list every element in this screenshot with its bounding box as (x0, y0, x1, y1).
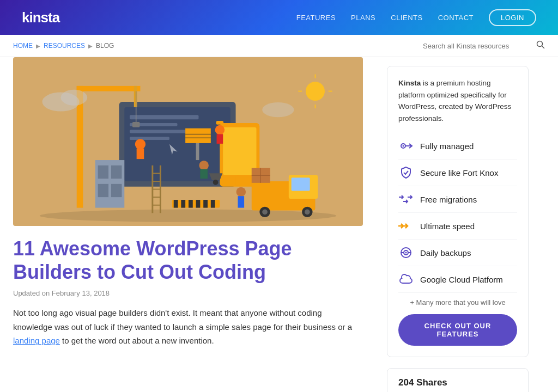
svg-rect-23 (111, 166, 122, 179)
migrate-icon (398, 192, 414, 207)
svg-rect-13 (236, 175, 240, 185)
nav-login[interactable]: LOGIN (489, 9, 536, 26)
svg-point-46 (236, 187, 246, 197)
svg-rect-58 (217, 134, 223, 144)
feature-label-managed: Fully managed (420, 142, 474, 151)
svg-rect-9 (130, 137, 169, 140)
svg-rect-16 (134, 86, 137, 107)
svg-point-33 (199, 161, 209, 170)
breadcrumb-bar: HOME ▶ RESOURCES ▶ BLOG (0, 35, 558, 57)
feature-item-speed: Ultimate speed (398, 213, 517, 240)
feature-item-managed: Fully managed (398, 133, 517, 160)
breadcrumb-arrow-2: ▶ (88, 43, 93, 49)
hero-image (13, 57, 363, 226)
feature-item-migrate: Free migrations (398, 186, 517, 213)
svg-rect-12 (223, 127, 256, 175)
svg-point-48 (306, 82, 325, 101)
shares-count-title: 204 Shares (398, 377, 517, 388)
svg-point-56 (215, 125, 225, 135)
svg-rect-64 (203, 200, 208, 208)
svg-rect-6 (130, 115, 198, 119)
article-date: Updated on February 13, 2018 (13, 289, 363, 297)
svg-rect-8 (130, 130, 188, 133)
svg-rect-57 (216, 121, 224, 125)
svg-rect-25 (111, 184, 122, 197)
article-body-text1: Not too long ago visual page builders di… (13, 308, 352, 332)
main-layout: 11 Awesome WordPress Page Builders to Cu… (0, 57, 558, 392)
svg-rect-47 (238, 196, 244, 207)
svg-point-41 (262, 210, 268, 215)
nav-contact[interactable]: CONTACT (438, 14, 474, 22)
speed-icon (398, 218, 414, 234)
svg-point-35 (213, 180, 219, 185)
feature-item-cloud: Google Cloud Platform (398, 266, 517, 293)
svg-rect-18 (132, 122, 140, 127)
svg-point-75 (405, 252, 407, 254)
sidebar-brand: Kinsta (398, 79, 421, 87)
svg-rect-60 (174, 200, 178, 208)
svg-point-19 (135, 139, 145, 149)
shares-card: 204 Shares f 95 🐦 67 in 20 (387, 368, 529, 392)
landing-page-link[interactable]: landing page (13, 336, 60, 345)
svg-rect-61 (181, 200, 185, 208)
feature-label-backup: Daily backups (420, 248, 471, 258)
header: kinsta FEATURES PLANS CLIENTS CONTACT LO… (0, 0, 558, 35)
nav-features[interactable]: FEATURES (296, 14, 336, 22)
breadcrumb-arrow-1: ▶ (36, 43, 40, 49)
sidebar-features-card: Kinsta is a premium hosting platform opt… (387, 66, 529, 357)
article-body-text2: to get the word out about a new inventio… (60, 336, 214, 345)
svg-rect-24 (98, 184, 108, 197)
svg-point-71 (403, 145, 404, 147)
backup-icon (398, 245, 414, 260)
breadcrumb-home[interactable]: HOME (13, 42, 33, 50)
sidebar-column: Kinsta is a premium hosting platform opt… (376, 57, 539, 392)
article-title: 11 Awesome WordPress Page Builders to Cu… (13, 237, 363, 284)
svg-point-55 (262, 102, 294, 117)
logo: kinsta (22, 9, 59, 26)
feature-item-secure: Secure like Fort Knox (398, 160, 517, 186)
feature-label-migrate: Free migrations (420, 195, 477, 204)
breadcrumb-blog: BLOG (96, 42, 114, 50)
feature-label-secure: Secure like Fort Knox (420, 168, 498, 177)
search-input[interactable] (423, 42, 532, 50)
svg-point-3 (40, 210, 337, 222)
cloud-icon (398, 272, 414, 287)
cta-features-button[interactable]: CHECK OUT OUR FEATURES (398, 314, 517, 346)
nav-plans[interactable]: PLANS (351, 14, 375, 22)
svg-rect-38 (292, 177, 310, 191)
feature-label-speed: Ultimate speed (420, 222, 475, 231)
breadcrumb-resources[interactable]: RESOURCES (44, 42, 85, 50)
feature-item-backup: Daily backups (398, 240, 517, 266)
managed-icon (398, 138, 414, 154)
feature-label-cloud: Google Cloud Platform (420, 275, 503, 284)
sidebar-more-text: + Many more that you will love (398, 293, 517, 312)
svg-line-1 (542, 46, 544, 48)
breadcrumb: HOME ▶ RESOURCES ▶ BLOG (13, 42, 114, 50)
article-body: Not too long ago visual page builders di… (13, 306, 363, 348)
svg-point-42 (305, 210, 310, 215)
content-column: 11 Awesome WordPress Page Builders to Cu… (0, 57, 376, 392)
nav: FEATURES PLANS CLIENTS CONTACT LOGIN (296, 9, 536, 26)
search-icon[interactable] (536, 40, 545, 51)
svg-rect-63 (196, 200, 201, 208)
svg-rect-15 (77, 86, 141, 91)
sidebar-intro: Kinsta is a premium hosting platform opt… (398, 77, 517, 124)
svg-rect-62 (189, 200, 193, 208)
nav-clients[interactable]: CLIENTS (391, 14, 422, 22)
svg-rect-34 (200, 169, 208, 179)
shield-icon (398, 165, 414, 180)
svg-point-54 (61, 90, 88, 106)
svg-rect-67 (185, 128, 211, 143)
svg-rect-20 (137, 149, 144, 159)
search-area (423, 40, 545, 51)
svg-rect-65 (211, 200, 215, 208)
svg-rect-22 (98, 166, 108, 179)
